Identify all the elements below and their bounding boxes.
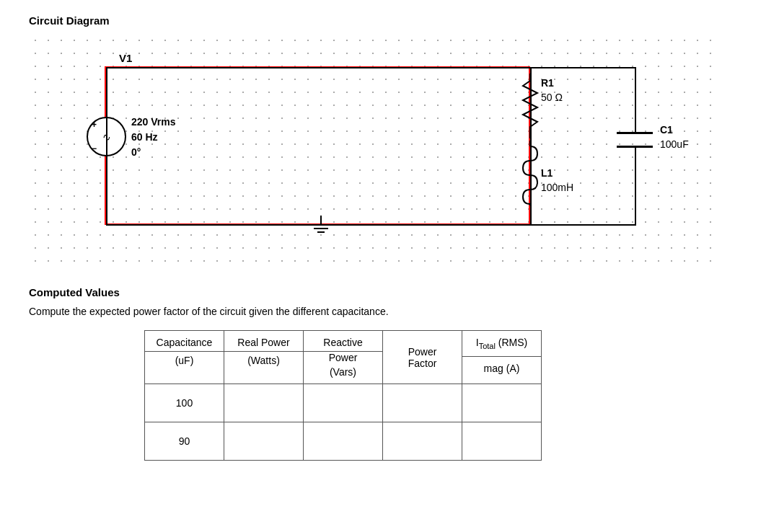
col-realpower-top: Real Power (224, 331, 303, 352)
row1-realpower (224, 384, 304, 422)
section-header: Circuit Diagram (29, 14, 750, 27)
table-row: 90 (145, 422, 542, 461)
wire-left-bottom (106, 156, 107, 226)
col-itotal-header: ITotal (RMS) mag (A) (462, 331, 542, 384)
col-reactive-bottom: (Vars) (304, 363, 382, 384)
col-pf-label2: Factor (390, 358, 454, 369)
wire-left-top (106, 67, 107, 116)
table-row: 100 (145, 384, 542, 422)
circuit-title: Circuit Diagram (29, 14, 750, 27)
wire-c1-top (635, 67, 636, 132)
ground-symbol (310, 216, 332, 233)
l1-label: L1 (541, 167, 553, 179)
computed-title: Computed Values (29, 286, 750, 298)
col-itotal-top: ITotal (RMS) (462, 331, 541, 357)
row2-current (462, 422, 542, 461)
source-labels: 220 Vrms 60 Hz 0° (131, 115, 176, 160)
computed-desc: Compute the expected power factor of the… (29, 306, 750, 317)
row2-reactive (304, 422, 383, 461)
col-reactive-header: Reactive Power (Vars) (304, 331, 383, 384)
col-pf-label1: Power (390, 346, 454, 358)
v1-label: V1 (119, 52, 132, 64)
col-capacitance-header: Capacitance (uF) (145, 331, 224, 384)
row1-pf (383, 384, 462, 422)
col-itotal-sub: Total (479, 342, 496, 350)
source-phase: 0° (131, 145, 176, 160)
col-reactive-mid: Power (304, 352, 382, 363)
wire-c1-bottom (635, 148, 636, 226)
source-frequency: 60 Hz (131, 130, 176, 145)
circuit-diagram: V1 + ∿ − 220 Vrms 60 Hz 0° R1 50 Ω (29, 34, 721, 265)
col-reactive-top: Reactive (304, 331, 382, 352)
wire-top-ext (532, 67, 636, 68)
r1-label: R1 (541, 77, 554, 89)
col-capacitance-bottom: (uF) (145, 352, 224, 372)
row1-capacitance: 100 (145, 384, 224, 422)
vsource-minus: − (92, 143, 97, 154)
wire-top (106, 67, 532, 68)
table-body: 100 90 (145, 384, 542, 461)
row2-capacitance: 90 (145, 422, 224, 461)
row1-current (462, 384, 542, 422)
source-voltage: 220 Vrms (131, 115, 176, 130)
c1-label: C1 (660, 124, 673, 136)
col-realpower-bottom: (Watts) (224, 352, 303, 372)
r1-value: 50 Ω (541, 92, 563, 103)
wire-bottom-ext (532, 224, 636, 226)
col-capacitance-top: Capacitance (145, 331, 224, 352)
computed-section: Computed Values Compute the expected pow… (29, 286, 750, 461)
row1-reactive (304, 384, 383, 422)
table-header-row: Capacitance (uF) Real Power (Watts) Reac… (145, 331, 542, 384)
l1-value: 100mH (541, 182, 573, 193)
row2-realpower (224, 422, 304, 461)
col-itotal-bottom: mag (A) (462, 357, 541, 380)
col-realpower-header: Real Power (Watts) (224, 331, 304, 384)
data-table: Capacitance (uF) Real Power (Watts) Reac… (144, 330, 542, 461)
vsource-plus: + (92, 120, 97, 130)
col-powerfactor-header: Power Factor (383, 331, 462, 384)
row2-pf (383, 422, 462, 461)
c1-value: 100uF (660, 138, 689, 150)
c1-plate-top (617, 132, 653, 134)
col-itotal-rms: (RMS) (496, 337, 527, 348)
